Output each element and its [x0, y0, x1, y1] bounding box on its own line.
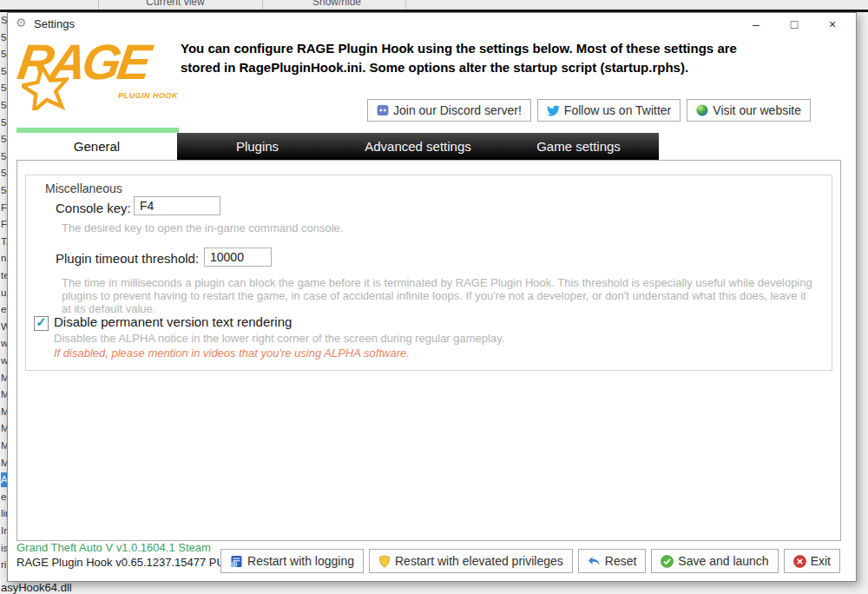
button-label: Save and launch	[678, 554, 768, 568]
toolbar-divider	[262, 0, 263, 10]
shield-icon	[378, 555, 391, 568]
window-controls: –□×	[737, 13, 852, 36]
twitter-icon	[547, 104, 560, 117]
tab-general[interactable]: General	[16, 133, 177, 160]
settings-window: ⚙ Settings –□× RAGE PLUGIN HOOK You can …	[7, 12, 857, 582]
undo-icon	[588, 556, 601, 566]
x-circle-icon	[793, 555, 806, 568]
plugin-timeout-input[interactable]	[204, 248, 272, 267]
disable-version-text-hint: Disables the ALPHA notice in the lower r…	[54, 332, 504, 345]
follow-us-on-twitter-button[interactable]: Follow us on Twitter	[537, 99, 681, 122]
visit-our-website-button[interactable]: Visit our website	[687, 99, 811, 122]
background-toolbar: Current viewShow/hide	[0, 0, 868, 10]
rage-logo: RAGE PLUGIN HOOK	[16, 34, 186, 112]
alpha-warning-text: If disabled, please mention in videos th…	[54, 346, 410, 360]
toolbar-divider	[405, 0, 406, 10]
background-toolbar-label: Show/hide	[297, 0, 377, 8]
star-icon	[22, 65, 69, 110]
footer-buttons-row: Restart with loggingRestart with elevate…	[220, 549, 840, 573]
background-toolbar-label: Current view	[127, 0, 224, 8]
disable-version-text-checkbox[interactable]	[34, 316, 49, 331]
rage-logo-subtext: PLUGIN HOOK	[118, 91, 178, 100]
button-label: Visit our website	[713, 103, 801, 117]
tab-bar: GeneralPluginsAdvanced settingsGame sett…	[16, 133, 659, 160]
log-icon	[230, 555, 243, 568]
button-label: Restart with logging	[247, 554, 354, 568]
restart-with-elevated-privileges-button[interactable]: Restart with elevated privileges	[369, 549, 573, 573]
check-circle-icon	[661, 555, 674, 568]
tab-game-settings[interactable]: Game settings	[498, 133, 659, 160]
group-title: Miscellaneous	[41, 182, 127, 195]
save-and-launch-button[interactable]: Save and launch	[651, 549, 778, 573]
toolbar-divider	[98, 0, 99, 10]
minimize-button[interactable]: –	[737, 13, 775, 36]
button-label: Reset	[605, 554, 637, 568]
tab-advanced-settings[interactable]: Advanced settings	[338, 133, 498, 160]
close-button[interactable]: ×	[813, 13, 852, 36]
window-title: Settings	[34, 17, 75, 30]
plugin-timeout-label: Plugin timeout threshold:	[56, 251, 199, 266]
console-key-hint: The desired key to open the in-game comm…	[62, 221, 343, 234]
background-log-text: asyHook64.dll	[1, 581, 72, 594]
game-version-text: Grand Theft Auto V v1.0.1604.1 Steam	[16, 541, 211, 554]
disable-version-text-label: Disable permanent version text rendering	[54, 314, 292, 329]
restart-with-logging-button[interactable]: Restart with logging	[220, 549, 364, 573]
button-label: Exit	[811, 554, 831, 568]
discord-icon	[377, 104, 389, 116]
title-bar: ⚙ Settings –□×	[8, 13, 856, 36]
globe-icon	[696, 104, 708, 116]
exit-button[interactable]: Exit	[784, 549, 840, 573]
button-label: Join our Discord server!	[393, 103, 522, 117]
gear-icon: ⚙	[16, 16, 27, 30]
link-buttons-row: Join our Discord server!Follow us on Twi…	[367, 99, 811, 122]
maximize-button[interactable]: □	[775, 13, 813, 36]
plugin-timeout-hint: The time in milliseconds a plugin can bl…	[62, 276, 819, 315]
console-key-input[interactable]	[134, 196, 220, 215]
tab-plugins[interactable]: Plugins	[177, 133, 338, 160]
settings-description: You can configure RAGE Plugin Hook using…	[181, 39, 755, 77]
button-label: Restart with elevated privileges	[395, 554, 563, 568]
reset-button[interactable]: Reset	[578, 549, 647, 573]
console-key-label: Console key:	[56, 201, 131, 215]
button-label: Follow us on Twitter	[564, 103, 671, 117]
join-our-discord-server-button[interactable]: Join our Discord server!	[367, 99, 531, 122]
general-tab-panel: Miscellaneous Console key: The desired k…	[16, 160, 841, 541]
